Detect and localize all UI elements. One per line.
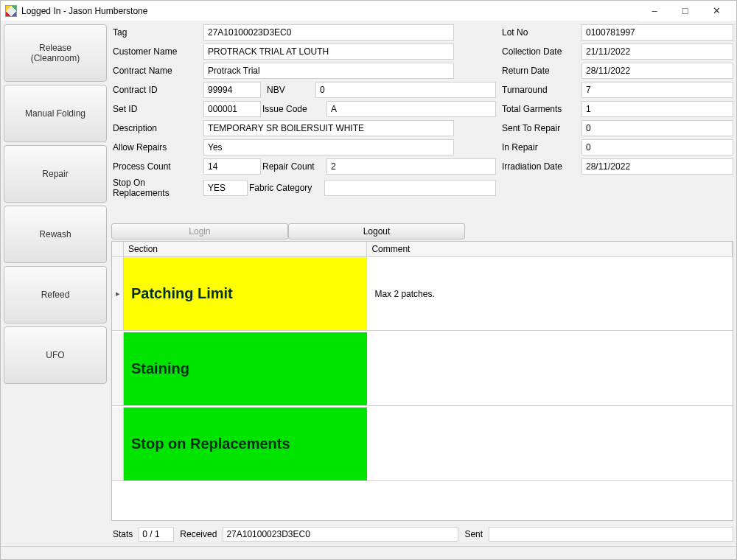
- status-row: Stats 0 / 1 Received 27A10100023D3EC0 Se…: [111, 525, 733, 543]
- content: Tag 27A10100023D3EC0 Customer Name PROTR…: [107, 24, 733, 543]
- app-icon: [5, 5, 17, 17]
- sent-repair-label: Sent To Repair: [500, 123, 581, 133]
- set-id-label: Set ID: [111, 104, 203, 114]
- table-row[interactable]: Stop on Replacements: [112, 407, 733, 481]
- row-indicator: [112, 407, 124, 480]
- lot-no-label: Lot No: [500, 27, 581, 38]
- stop-repl-field[interactable]: YES: [203, 180, 248, 196]
- section-header[interactable]: Section: [124, 242, 367, 256]
- customer-field[interactable]: PROTRACK TRIAL AT LOUTH: [203, 43, 454, 60]
- comment-cell[interactable]: [367, 332, 733, 405]
- received-label: Received: [178, 529, 218, 539]
- process-count-label: Process Count: [111, 161, 203, 172]
- irradiation-field[interactable]: 28/11/2022: [581, 158, 733, 175]
- manual-folding-button[interactable]: Manual Folding: [4, 85, 107, 142]
- section-cell[interactable]: Patching Limit: [124, 257, 367, 330]
- total-garments-field[interactable]: 1: [581, 101, 733, 117]
- collection-date-label: Collection Date: [500, 46, 581, 57]
- nbv-label: NBV: [262, 85, 314, 95]
- row-indicator: [112, 332, 124, 405]
- comment-cell[interactable]: [367, 407, 733, 480]
- section-cell[interactable]: Staining: [124, 332, 367, 405]
- allow-repairs-field[interactable]: Yes: [203, 139, 454, 155]
- right-form: Lot No 0100781997 Collection Date 21/11/…: [500, 24, 733, 175]
- sent-repair-field[interactable]: 0: [581, 120, 733, 136]
- row-indicator: ▸: [112, 257, 124, 330]
- issue-code-label: Issue Code: [262, 104, 325, 114]
- turnaround-label: Turnaround: [500, 85, 581, 95]
- turnaround-field[interactable]: 7: [581, 82, 733, 98]
- comment-header[interactable]: Comment: [367, 242, 733, 256]
- grid-header: Section Comment: [112, 242, 733, 257]
- contract-id-label: Contract ID: [111, 85, 203, 95]
- table-row[interactable]: ▸Patching LimitMax 2 patches.: [112, 257, 733, 331]
- sent-label: Sent: [463, 529, 484, 539]
- stats-field[interactable]: 0 / 1: [139, 527, 174, 542]
- refeed-button[interactable]: Refeed: [4, 266, 107, 323]
- fabric-cat-field[interactable]: [324, 180, 496, 196]
- stop-repl-label: Stop On Replacements: [111, 178, 203, 198]
- close-button[interactable]: ✕: [701, 1, 732, 21]
- titlebar: Logged In - Jason Humberstone – □ ✕: [1, 1, 736, 21]
- grid-body: ▸Patching LimitMax 2 patches.StainingSto…: [112, 257, 733, 520]
- comment-cell[interactable]: Max 2 patches.: [367, 257, 733, 330]
- nbv-field[interactable]: 0: [315, 82, 496, 98]
- login-button[interactable]: Login: [111, 223, 288, 239]
- ufo-button[interactable]: UFO: [4, 326, 107, 384]
- irradiation-label: Irradiation Date: [500, 161, 581, 172]
- window-statusbar: [1, 546, 736, 559]
- left-form: Tag 27A10100023D3EC0 Customer Name PROTR…: [111, 24, 496, 198]
- form-area: Tag 27A10100023D3EC0 Customer Name PROTR…: [111, 24, 733, 198]
- window-title: Logged In - Jason Humberstone: [21, 6, 639, 16]
- return-date-label: Return Date: [500, 66, 581, 76]
- return-date-field[interactable]: 28/11/2022: [581, 63, 733, 79]
- contract-label: Contract Name: [111, 66, 203, 76]
- issue-code-field[interactable]: A: [326, 101, 496, 117]
- window: Logged In - Jason Humberstone – □ ✕ Rele…: [0, 0, 737, 560]
- maximize-button[interactable]: □: [670, 1, 701, 21]
- received-field[interactable]: 27A10100023D3EC0: [223, 527, 458, 542]
- contract-id-field[interactable]: 99994: [203, 82, 261, 98]
- auth-row: Login Logout: [111, 223, 465, 239]
- fabric-cat-label: Fabric Category: [249, 183, 323, 193]
- minimize-button[interactable]: –: [639, 1, 670, 21]
- rewash-button[interactable]: Rewash: [4, 206, 107, 263]
- customer-label: Customer Name: [111, 46, 203, 57]
- sent-field[interactable]: [489, 527, 733, 542]
- release-button[interactable]: Release (Cleanroom): [4, 24, 107, 82]
- allow-repairs-label: Allow Repairs: [111, 142, 203, 153]
- in-repair-label: In Repair: [500, 142, 581, 153]
- row-selector-header: [112, 242, 124, 256]
- stats-label: Stats: [111, 529, 134, 539]
- section-cell[interactable]: Stop on Replacements: [124, 407, 367, 480]
- logout-button[interactable]: Logout: [288, 223, 465, 239]
- set-id-field[interactable]: 000001: [203, 101, 261, 117]
- collection-date-field[interactable]: 21/11/2022: [581, 43, 733, 60]
- repair-count-field[interactable]: 2: [326, 158, 496, 175]
- lot-no-field[interactable]: 0100781997: [581, 24, 733, 41]
- table-row[interactable]: Staining: [112, 332, 733, 406]
- in-repair-field[interactable]: 0: [581, 139, 733, 155]
- contract-field[interactable]: Protrack Trial: [203, 63, 454, 79]
- description-label: Description: [111, 123, 203, 133]
- repair-button[interactable]: Repair: [4, 145, 107, 203]
- main-body: Release (Cleanroom) Manual Folding Repai…: [1, 21, 736, 546]
- description-field[interactable]: TEMPORARY SR BOILERSUIT WHITE: [203, 120, 454, 136]
- process-count-field[interactable]: 14: [203, 158, 261, 175]
- sections-grid: Section Comment ▸Patching LimitMax 2 pat…: [111, 241, 733, 521]
- tag-field[interactable]: 27A10100023D3EC0: [203, 24, 454, 41]
- repair-count-label: Repair Count: [262, 161, 325, 172]
- tag-label: Tag: [111, 27, 203, 38]
- sidebar: Release (Cleanroom) Manual Folding Repai…: [4, 24, 107, 543]
- total-garments-label: Total Garments: [500, 104, 581, 114]
